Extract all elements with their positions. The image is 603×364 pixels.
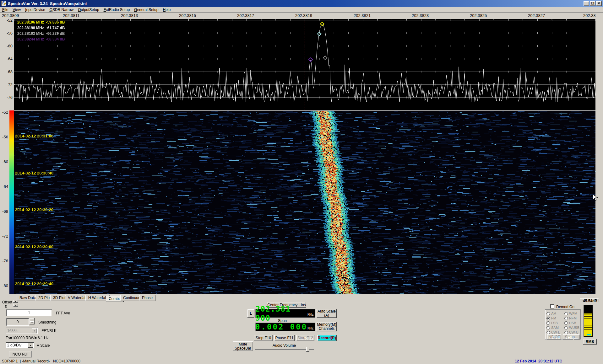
smoothing-spinner: ▲ ▼ bbox=[30, 318, 35, 324]
mode-wfm[interactable]: WFM bbox=[564, 312, 577, 315]
control-panel: Offset ▲ 0 ▼ 1 FFT Ave 0 ▲ ▼ Smoothing 1… bbox=[0, 302, 603, 358]
status-clock: 12 Feb 2014 20:31:12 UTC bbox=[515, 359, 562, 363]
menu-view[interactable]: View bbox=[10, 7, 23, 13]
minimize-button[interactable]: _ bbox=[584, 1, 589, 6]
app-icon: Sv bbox=[1, 1, 6, 6]
mode-nfm[interactable]: NFM bbox=[564, 316, 577, 320]
db-tick-label: -52 bbox=[0, 110, 8, 115]
smoothing-label: Smoothing bbox=[38, 320, 56, 324]
radio-icon bbox=[564, 326, 568, 329]
memory-channels-button[interactable]: Memory(M) Channels bbox=[317, 322, 337, 331]
waterfall-timestamp: 2014-02-12 20:31:00 bbox=[15, 134, 53, 138]
audio-volume-label: Audio Volume bbox=[273, 343, 296, 348]
offset-up-icon[interactable]: ▲ bbox=[13, 300, 18, 303]
fft-blk-label: FFT/BLK bbox=[41, 329, 57, 333]
status-bar: SDR-IP 1 | -Manual Record- NCO=10700000 … bbox=[0, 358, 603, 364]
frequency-unit: MHz bbox=[307, 313, 314, 317]
smoothing-down-icon[interactable]: ▼ bbox=[30, 321, 35, 324]
db-tick-label: -52 bbox=[0, 18, 13, 23]
mode-wusb[interactable]: WUSB bbox=[564, 326, 579, 329]
db-tick-label: -60 bbox=[0, 159, 8, 164]
waterfall-plot[interactable] bbox=[14, 110, 595, 294]
smoothing-input[interactable]: 0 bbox=[6, 318, 29, 326]
menu-help[interactable]: Help bbox=[160, 7, 173, 13]
smoothing-up-icon[interactable]: ▲ bbox=[30, 318, 35, 321]
menu-inputdevice[interactable]: InputDevice bbox=[23, 7, 47, 13]
db-tick-label: -56 bbox=[0, 135, 8, 139]
mouse-cursor bbox=[592, 194, 599, 201]
cursor-readout-min: 202.38244 MHz -68.334 dB bbox=[17, 37, 65, 41]
rms-button[interactable]: RMS bbox=[583, 339, 597, 345]
radio-selected-icon bbox=[546, 317, 550, 320]
freq-tick-label: 202.3825 bbox=[470, 13, 487, 18]
mode-cwl[interactable]: CW-L bbox=[546, 330, 560, 334]
auto-scale-button[interactable]: Auto Scale (A) bbox=[317, 309, 337, 318]
db-tick-label: -56 bbox=[0, 31, 13, 35]
audio-level-meter bbox=[584, 305, 593, 337]
waterfall-timestamp: 2014-02-12 20:30:20 bbox=[15, 207, 53, 212]
offset-value: 0 bbox=[5, 304, 7, 309]
audio-volume-track[interactable] bbox=[255, 349, 314, 350]
mode-cwu[interactable]: CW-U bbox=[564, 330, 579, 334]
nco-null-button[interactable]: NCO Null bbox=[9, 351, 32, 357]
mode-am[interactable]: AM bbox=[546, 312, 557, 315]
pause-button[interactable]: Pause-F11 bbox=[274, 335, 295, 341]
radio-icon bbox=[546, 312, 550, 315]
radio-icon bbox=[546, 326, 550, 329]
record-button[interactable]: Record(R) bbox=[317, 335, 337, 341]
mode-sam[interactable]: SAM bbox=[546, 326, 559, 329]
span-label: Span bbox=[278, 318, 287, 323]
start-button[interactable]: Start-F12 bbox=[296, 335, 314, 341]
fs-rbw-text: Fs=100000 RBW= 6.1 Hz bbox=[6, 336, 49, 340]
tab-phase[interactable]: Phase bbox=[139, 295, 155, 301]
demod-on-checkbox[interactable] bbox=[550, 304, 554, 308]
freq-tick-label: 202.3815 bbox=[179, 13, 196, 18]
mode-lsb[interactable]: LSB bbox=[546, 321, 558, 325]
menu-outputsetup[interactable]: OutputSetup bbox=[76, 7, 101, 13]
freq-tick-label: 202.3819 bbox=[295, 13, 312, 18]
audio-volume-slider[interactable] bbox=[306, 347, 309, 352]
mode-usb[interactable]: USB bbox=[564, 321, 576, 325]
offset-down-icon[interactable]: ▼ bbox=[13, 304, 18, 307]
db-tick-label: -68 bbox=[0, 209, 8, 214]
stop-button[interactable]: Stop-F10 bbox=[254, 335, 273, 341]
frequency-lock-button[interactable]: L bbox=[247, 309, 254, 318]
span-display[interactable]: 0.002 000 MHz bbox=[255, 323, 315, 331]
fft-blk-select[interactable]: 16384 ▼ bbox=[6, 328, 38, 334]
freq-tick-label: 202.3813 bbox=[121, 13, 138, 18]
db-tick-label: -64 bbox=[0, 184, 8, 189]
db-tick-label: -60 bbox=[0, 44, 13, 48]
radio-icon bbox=[546, 331, 550, 334]
db-tick-label: -64 bbox=[0, 56, 13, 61]
waterfall-timestamp: 2014-02-12 20:30:40 bbox=[15, 171, 53, 175]
db-tick-label: -76 bbox=[0, 95, 13, 100]
v-scale-select[interactable]: 2 dB/Div ▼ bbox=[6, 342, 34, 348]
right-gutter bbox=[595, 13, 603, 294]
chevron-down-icon[interactable]: ▼ bbox=[28, 343, 33, 348]
chevron-down-icon[interactable]: ▼ bbox=[32, 328, 37, 333]
db-tick-label: -80 bbox=[0, 283, 8, 288]
db-tick-label: -72 bbox=[0, 82, 13, 87]
meter-peak-mark bbox=[587, 334, 591, 335]
menu-extradio-setup[interactable]: ExtRadio Setup bbox=[101, 7, 132, 13]
menu-file[interactable]: File bbox=[0, 7, 10, 13]
radio-icon bbox=[564, 331, 568, 334]
db-tick-label: -72 bbox=[0, 234, 8, 238]
menu-qsdr-narrow[interactable]: QSDR Narrow bbox=[47, 7, 76, 13]
center-frequency-display[interactable]: 202.381 900 MHz bbox=[255, 309, 315, 318]
frequency-ruler: 202.3809 202.3811 202.3813 202.3815 202.… bbox=[0, 13, 603, 19]
menu-general-setup[interactable]: General Setup bbox=[132, 7, 160, 13]
close-button[interactable]: ✕ bbox=[596, 1, 602, 6]
setup-button[interactable]: Setup... bbox=[563, 334, 580, 340]
title-bar: Sv SpectraVue Ver. 3.24 SpectraVueqsdr.i… bbox=[0, 0, 603, 7]
spectrum-plot[interactable] bbox=[14, 19, 595, 110]
fft-ave-label: FFT Ave bbox=[56, 311, 70, 315]
restore-button[interactable]: ❐ bbox=[590, 1, 595, 6]
nb-off-button[interactable]: NB Off bbox=[547, 334, 561, 340]
demod-on-label: Demod On bbox=[556, 305, 574, 309]
freq-tick-label: 202.3827 bbox=[528, 13, 545, 18]
mute-button[interactable]: Mute SpaceBar bbox=[233, 341, 253, 351]
menu-bar: File View InputDevice QSDR Narrow Output… bbox=[0, 7, 603, 13]
mode-fm[interactable]: FM bbox=[546, 316, 556, 320]
fft-ave-input[interactable]: 1 bbox=[6, 309, 52, 316]
